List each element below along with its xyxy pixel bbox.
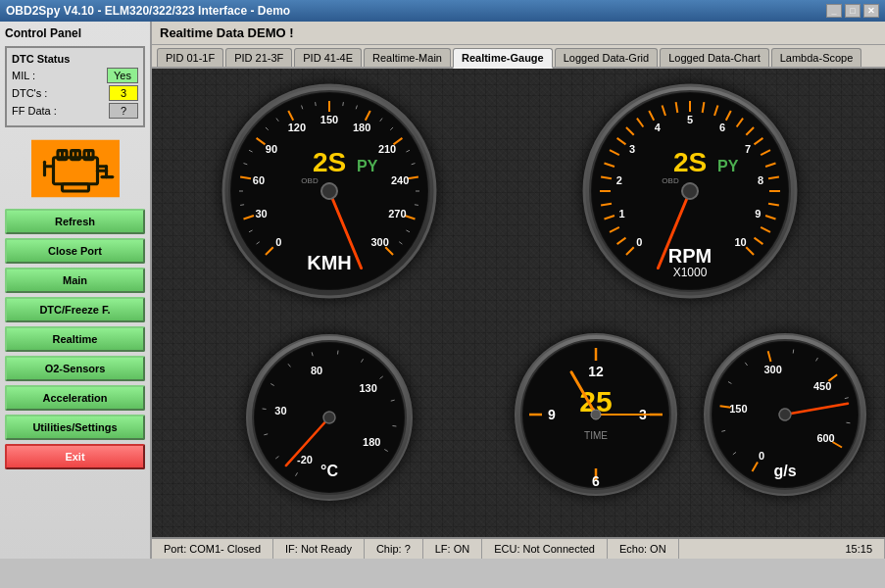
svg-line-34 — [343, 102, 344, 106]
svg-text:80: 80 — [311, 365, 322, 376]
svg-line-32 — [316, 102, 317, 106]
dtc-freeze-button[interactable]: DTC/Freeze F. — [5, 297, 145, 322]
tab-pid-21[interactable]: PID 21-3F — [225, 48, 292, 67]
speedometer-svg: 0306090120150180210240270300 2S PY OBD K… — [177, 78, 481, 299]
dtc-ff-label: FF Data : — [12, 105, 57, 117]
temperature-gauge: -203080130180 °C — [162, 307, 497, 527]
window-title: OBD2Spy V4.10 - ELM320/322/323 Interface… — [6, 4, 290, 18]
svg-text:130: 130 — [359, 382, 376, 394]
engine-icon — [31, 139, 120, 198]
svg-text:TIME: TIME — [584, 430, 608, 441]
svg-text:150: 150 — [320, 114, 338, 125]
main-container: Control Panel DTC Status MIL : Yes DTC's… — [0, 22, 885, 559]
clock-gauge: 12 3 6 9 25 TIME — [505, 307, 875, 527]
svg-text:0: 0 — [759, 450, 764, 462]
svg-text:120: 120 — [288, 122, 306, 133]
svg-text:0: 0 — [636, 236, 642, 248]
dtc-ff-row: FF Data : ? — [12, 103, 138, 119]
status-port: Port: COM1- Closed — [152, 539, 273, 559]
dtc-count-row: DTC's : 3 — [12, 85, 138, 101]
svg-text:600: 600 — [816, 432, 834, 444]
svg-text:7: 7 — [745, 143, 751, 155]
acceleration-button[interactable]: Acceleration — [5, 385, 145, 411]
svg-text:8: 8 — [758, 174, 763, 186]
gauge-area: 0306090120150180210240270300 2S PY OBD K… — [152, 69, 885, 537]
tabs-bar: PID 01-1F PID 21-3F PID 41-4E Realtime-M… — [152, 45, 885, 69]
utilities-settings-button[interactable]: Utilities/Settings — [5, 415, 145, 440]
svg-text:PY: PY — [357, 158, 378, 174]
close-port-button[interactable]: Close Port — [5, 238, 145, 264]
panel-title: Control Panel — [5, 26, 145, 40]
top-bar-text: Realtime Data DEMO ! — [152, 22, 885, 45]
title-bar: OBD2Spy V4.10 - ELM320/322/323 Interface… — [0, 0, 885, 22]
rpm-gauge: 012345678910 2S PY OBD RPM X1000 — [505, 78, 875, 299]
realtime-button[interactable]: Realtime — [5, 326, 145, 352]
svg-text:OBD: OBD — [301, 176, 319, 185]
svg-text:°C: °C — [320, 463, 338, 479]
svg-text:9: 9 — [755, 208, 761, 220]
svg-text:60: 60 — [253, 174, 265, 186]
dtc-mil-label: MIL : — [12, 70, 35, 81]
status-echo: Echo: ON — [608, 539, 679, 559]
svg-text:5: 5 — [687, 114, 693, 125]
airflow-svg: 0150300450600 g/s — [694, 331, 875, 503]
speedometer-gauge: 0306090120150180210240270300 2S PY OBD K… — [162, 78, 497, 299]
status-if: IF: Not Ready — [273, 539, 365, 559]
dtc-ff-value: ? — [109, 103, 138, 119]
svg-text:30: 30 — [274, 405, 286, 416]
minimize-button[interactable]: _ — [826, 4, 842, 18]
svg-text:6: 6 — [592, 473, 600, 489]
tab-lambda-scope[interactable]: Lambda-Scope — [771, 48, 862, 67]
svg-text:X1000: X1000 — [673, 266, 708, 279]
svg-text:210: 210 — [378, 143, 396, 155]
left-panel: Control Panel DTC Status MIL : Yes DTC's… — [0, 22, 152, 559]
svg-point-157 — [591, 410, 601, 419]
svg-line-44 — [415, 205, 418, 206]
svg-line-22 — [240, 205, 244, 206]
tab-logged-chart[interactable]: Logged Data-Chart — [660, 48, 769, 67]
o2-sensors-button[interactable]: O2-Sensors — [5, 356, 145, 381]
svg-text:2: 2 — [616, 174, 622, 186]
exit-button[interactable]: Exit — [5, 444, 145, 469]
svg-line-132 — [392, 425, 396, 426]
right-panel: Realtime Data DEMO ! PID 01-1F PID 21-3F… — [152, 22, 885, 559]
tab-pid-41[interactable]: PID 41-4E — [294, 48, 362, 67]
tab-realtime-main[interactable]: Realtime-Main — [364, 48, 451, 67]
svg-text:150: 150 — [729, 403, 747, 415]
engine-icon-container — [5, 139, 145, 201]
svg-text:1: 1 — [619, 208, 625, 220]
svg-text:240: 240 — [391, 174, 409, 186]
svg-text:2S: 2S — [673, 147, 707, 177]
svg-line-172 — [846, 422, 850, 423]
svg-text:g/s: g/s — [773, 463, 796, 479]
tab-pid-01[interactable]: PID 01-1F — [157, 48, 223, 67]
tab-realtime-gauge[interactable]: Realtime-Gauge — [453, 48, 553, 69]
svg-text:OBD: OBD — [662, 176, 679, 185]
svg-text:0: 0 — [275, 236, 281, 248]
svg-text:PY: PY — [717, 158, 739, 174]
status-chip: Chip: ? — [365, 539, 423, 559]
svg-text:4: 4 — [655, 122, 662, 133]
status-time: 15:15 — [833, 539, 885, 559]
status-ecu: ECU: Not Connected — [482, 539, 608, 559]
refresh-button[interactable]: Refresh — [5, 209, 145, 234]
svg-text:30: 30 — [255, 208, 267, 220]
svg-text:9: 9 — [548, 407, 556, 422]
svg-text:KMH: KMH — [307, 252, 352, 273]
svg-text:300: 300 — [763, 364, 781, 375]
svg-text:6: 6 — [719, 122, 725, 133]
svg-text:180: 180 — [363, 436, 380, 448]
svg-text:3: 3 — [629, 143, 635, 155]
main-button[interactable]: Main — [5, 268, 145, 293]
tab-logged-grid[interactable]: Logged Data-Grid — [555, 48, 658, 67]
svg-line-124 — [263, 409, 267, 410]
close-button[interactable]: ✕ — [863, 4, 879, 18]
window-controls: _ □ ✕ — [826, 4, 879, 18]
svg-line-168 — [793, 350, 794, 354]
svg-text:10: 10 — [734, 236, 746, 248]
maximize-button[interactable]: □ — [845, 4, 860, 18]
svg-text:RPM: RPM — [668, 245, 712, 267]
dtc-count-label: DTC's : — [12, 87, 47, 99]
svg-text:90: 90 — [266, 143, 277, 155]
svg-text:270: 270 — [388, 208, 406, 220]
